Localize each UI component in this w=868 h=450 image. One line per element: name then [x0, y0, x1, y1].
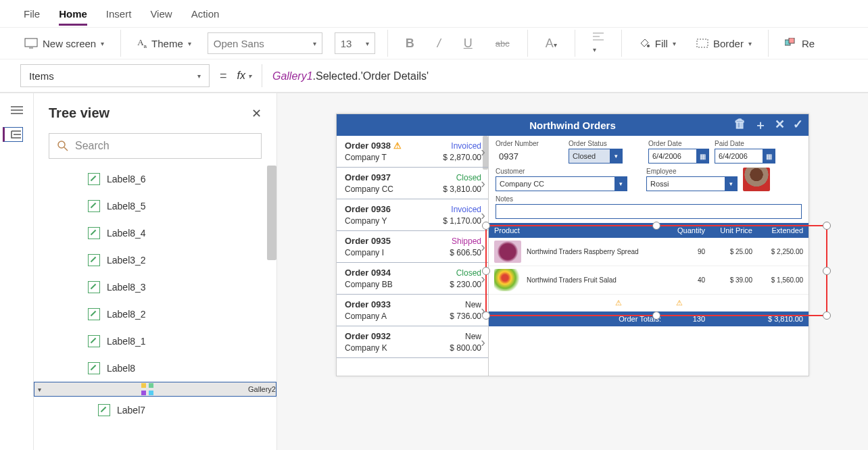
calendar-icon: ▦ [696, 149, 708, 163]
theme-button[interactable]: Aa Theme ▾ [133, 34, 195, 52]
resize-handle[interactable] [482, 267, 490, 275]
property-selector[interactable]: Items ▾ [20, 64, 210, 87]
add-icon[interactable]: ＋ [754, 117, 767, 133]
chevron-down-icon: ▾ [313, 40, 316, 47]
chevron-down-icon: ▾ [673, 40, 676, 47]
border-icon [696, 39, 708, 48]
tree-item-label8_6[interactable]: Label8_6 [34, 166, 276, 193]
trash-icon[interactable]: 🗑 [734, 117, 746, 133]
menu-action[interactable]: Action [191, 8, 220, 20]
confirm-icon[interactable]: ✓ [793, 117, 803, 133]
left-rail [0, 93, 34, 450]
menu-home[interactable]: Home [59, 8, 87, 26]
resize-handle[interactable] [823, 267, 831, 275]
chevron-down-icon: ▾ [610, 149, 622, 163]
employee-select[interactable]: Rossi▾ [646, 176, 738, 191]
formula-input[interactable]: Gallery1.Selected.'Order Details' [272, 70, 429, 82]
close-icon[interactable]: ✕ [251, 106, 262, 121]
order-row[interactable]: Order 0936InvoicedCompany Y$ 1,170.00› [337, 199, 488, 231]
tree-list[interactable]: Label8_6Label8_5Label8_4Label3_2Label8_3… [34, 166, 276, 450]
label-icon [88, 200, 100, 212]
order-row[interactable]: Order 0937ClosedCompany CC$ 3,810.00› [337, 168, 488, 199]
reorder-icon [785, 38, 797, 49]
resize-handle[interactable] [823, 311, 831, 320]
order-list[interactable]: Order 0938 ⚠InvoicedCompany T$ 2,870.00›… [337, 136, 489, 376]
tree-item-label8[interactable]: Label8 [34, 355, 276, 382]
search-input[interactable]: Search [49, 133, 262, 159]
font-size-select[interactable]: 13 ▾ [335, 32, 375, 54]
property-selector-value: Items [29, 70, 54, 82]
align-button[interactable]: ▾ [587, 32, 609, 55]
main-area: Tree view ✕ Search Label8_6Label8_5Label… [0, 93, 868, 450]
hamburger-icon[interactable] [11, 105, 23, 115]
order-row[interactable]: Order 0932NewCompany K$ 800.00› [337, 326, 488, 358]
underline-button[interactable]: U [458, 36, 478, 51]
paid-date-field[interactable]: 6/4/2006▦ [715, 149, 775, 164]
tree-view-title: Tree view [49, 105, 110, 121]
gallery-selection[interactable] [485, 225, 827, 316]
order-row[interactable]: Order 0933NewCompany A$ 736.00› [337, 295, 488, 326]
chevron-down-icon: ▾ [614, 177, 627, 191]
order-date-field[interactable]: 6/4/2006▦ [648, 149, 709, 164]
fx-button[interactable]: fx▾ [237, 70, 251, 82]
align-icon [593, 32, 604, 41]
theme-icon: Aa [137, 37, 147, 49]
formula-rest: .Selected.'Order Details' [313, 70, 429, 82]
scrollbar-thumb[interactable] [267, 166, 276, 260]
resize-handle[interactable] [652, 222, 660, 230]
menu-file[interactable]: File [24, 8, 40, 20]
chevron-right-icon: › [481, 144, 485, 159]
font-family-select[interactable]: Open Sans ▾ [208, 32, 322, 54]
fill-button[interactable]: Fill ▾ [634, 34, 680, 52]
reorder-button[interactable]: Re [781, 35, 819, 52]
order-number-field[interactable]: 0937 [496, 149, 563, 164]
svg-line-13 [64, 147, 68, 151]
strike-button[interactable]: abc [490, 39, 515, 49]
canvas[interactable]: Northwind Orders 🗑 ＋ ✕ ✓ Order 0938 ⚠Inv… [277, 93, 868, 450]
tree-item-gallery2[interactable]: ▾Gallery2 [34, 382, 276, 397]
notes-field[interactable] [496, 204, 802, 219]
tree-item-label8_2[interactable]: Label8_2 [34, 301, 276, 328]
font-color-button[interactable]: A▾ [540, 36, 562, 51]
tree-item-label8_3[interactable]: Label8_3 [34, 274, 276, 301]
customer-select[interactable]: Company CC▾ [496, 176, 627, 191]
order-status-select[interactable]: Closed▾ [569, 149, 623, 164]
tree-item-label8_5[interactable]: Label8_5 [34, 193, 276, 220]
tree-view-icon[interactable] [3, 127, 23, 142]
bold-button[interactable]: B [400, 36, 420, 51]
fill-icon [638, 37, 650, 49]
tree-item-label7[interactable]: Label7 [34, 397, 276, 424]
tree-item-label3_2[interactable]: Label3_2 [34, 247, 276, 274]
gallery-icon [141, 383, 153, 395]
search-placeholder: Search [75, 140, 110, 152]
border-button[interactable]: Border ▾ [692, 35, 756, 52]
expander-icon[interactable]: ▾ [38, 386, 45, 393]
resize-handle[interactable] [652, 311, 660, 320]
tree-item-label: Label7 [117, 405, 145, 416]
order-row[interactable]: Order 0938 ⚠InvoicedCompany T$ 2,870.00› [337, 136, 488, 168]
order-row[interactable]: Order 0935ShippedCompany I$ 606.50› [337, 231, 488, 263]
cancel-icon[interactable]: ✕ [775, 117, 785, 133]
menubar: File Home Insert View Action [0, 0, 868, 27]
resize-handle[interactable] [823, 222, 831, 230]
svg-rect-6 [697, 39, 708, 47]
resize-handle[interactable] [482, 222, 490, 230]
formula-ref: Gallery1 [272, 70, 313, 82]
resize-handle[interactable] [482, 311, 490, 320]
label-icon [88, 362, 100, 374]
new-screen-button[interactable]: New screen ▾ [20, 35, 108, 52]
italic-button[interactable]: / [432, 36, 446, 51]
tree-item-label: Label8_6 [107, 174, 146, 184]
order-row[interactable]: Order 0934ClosedCompany BB$ 230.00› [337, 263, 488, 295]
tree-item-label: Label8_4 [107, 228, 146, 239]
app-title: Northwind Orders [529, 120, 616, 131]
chevron-right-icon: › [481, 207, 485, 223]
app-titlebar: Northwind Orders 🗑 ＋ ✕ ✓ [337, 114, 809, 136]
tree-item-label: Label3_2 [107, 255, 146, 266]
menu-view[interactable]: View [150, 8, 172, 20]
chevron-down-icon: ▾ [197, 72, 201, 80]
tree-item-label8_1[interactable]: Label8_1 [34, 328, 276, 355]
chevron-down-icon: ▾ [366, 40, 369, 47]
tree-item-label8_4[interactable]: Label8_4 [34, 220, 276, 247]
menu-insert[interactable]: Insert [106, 8, 132, 20]
